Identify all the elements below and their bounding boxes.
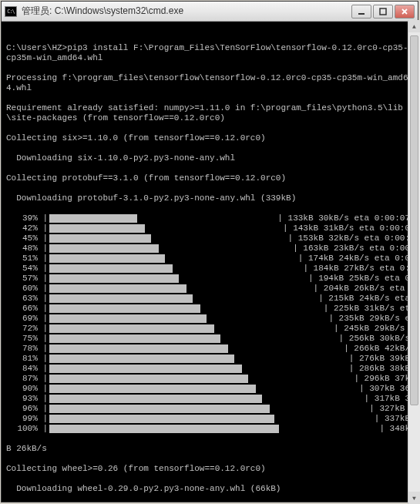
cmd-window: C:\ 管理员: C:\Windows\system32\cmd.exe C:\… bbox=[1, 1, 418, 502]
progress-percent: 54% | bbox=[6, 264, 49, 274]
progress-bar bbox=[49, 224, 145, 233]
progress-percent: 69% | bbox=[6, 314, 49, 324]
minimize-button[interactable] bbox=[351, 5, 371, 18]
progress-bar bbox=[49, 334, 220, 343]
progress-row: 57% || 194kB 25kB/s eta 0 bbox=[6, 274, 413, 284]
output-line: Processing f:\program_files\tensorflow\t… bbox=[6, 73, 413, 93]
progress-percent: 39% | bbox=[6, 213, 49, 223]
close-icon bbox=[401, 8, 408, 15]
progress-stats: | 153kB 32kB/s eta 0:00: bbox=[151, 234, 413, 244]
progress-stats: | 133kB 30kB/s eta 0:00:07 bbox=[137, 213, 413, 223]
svg-rect-0 bbox=[358, 13, 365, 15]
progress-bar bbox=[49, 234, 151, 243]
progress-percent: 84% | bbox=[6, 364, 49, 374]
progress-row: 81% || 276kB 39kB bbox=[6, 354, 413, 364]
progress-row: 75% || 256kB 30kB/s bbox=[6, 334, 413, 344]
progress-row: 99% || 337kB bbox=[6, 414, 413, 424]
progress-row: 87% || 296kB 37k bbox=[6, 374, 413, 384]
progress-row: 78% || 266kB 42kB/ bbox=[6, 344, 413, 354]
progress-row: 54% || 184kB 27kB/s eta 0: bbox=[6, 264, 413, 274]
window-controls bbox=[351, 5, 415, 18]
progress-row: 69% || 235kB 29kB/s e bbox=[6, 314, 413, 324]
progress-stats: | 215kB 24kB/s eta bbox=[193, 294, 413, 304]
progress-row: 72% || 245kB 29kB/s bbox=[6, 324, 413, 334]
output-line: Collecting protobuf==3.1.0 (from tensorf… bbox=[6, 173, 413, 183]
progress-stats: | 307kB 36 bbox=[256, 384, 413, 394]
output-line: Collecting wheel>=0.26 (from tensorflow=… bbox=[6, 464, 413, 474]
progress-row: 42% || 143kB 31kB/s eta 0:00:0 bbox=[6, 223, 413, 234]
progress-row: 51% || 174kB 24kB/s eta 0:0 bbox=[6, 254, 413, 264]
progress-bar bbox=[49, 304, 200, 313]
progress-row: 90% || 307kB 36 bbox=[6, 384, 413, 394]
progress-bar bbox=[49, 354, 234, 363]
progress-bar bbox=[49, 324, 214, 333]
progress-bar bbox=[49, 284, 186, 293]
progress-stats: | 194kB 25kB/s eta 0 bbox=[179, 274, 413, 284]
titlebar[interactable]: C:\ 管理员: C:\Windows\system32\cmd.exe bbox=[2, 2, 418, 22]
progress-row: 100% || 348k bbox=[6, 424, 413, 434]
progress-percent: 72% | bbox=[6, 324, 49, 334]
progress-bar bbox=[49, 365, 242, 373]
progress-bar bbox=[49, 264, 173, 273]
progress-stats: | 286kB 38kB bbox=[242, 364, 413, 374]
progress-percent: 93% | bbox=[6, 394, 49, 404]
progress-bar bbox=[49, 244, 159, 253]
progress-bar bbox=[49, 405, 270, 413]
progress-bar bbox=[49, 395, 262, 403]
output-line: B 26kB/s bbox=[6, 444, 413, 454]
progress-stats: | 317kB 3 bbox=[262, 394, 413, 404]
progress-stats: | 174kB 24kB/s eta 0:0 bbox=[165, 254, 413, 264]
progress-stats: | 204kB 26kB/s eta bbox=[186, 284, 413, 294]
progress-bar bbox=[49, 274, 179, 283]
progress-percent: 96% | bbox=[6, 404, 49, 414]
progress-bar bbox=[49, 344, 228, 353]
progress-stats: | 235kB 29kB/s e bbox=[207, 314, 413, 324]
progress-bar bbox=[49, 294, 193, 303]
progress-bar bbox=[49, 385, 256, 393]
window-title: 管理员: C:\Windows\system32\cmd.exe bbox=[22, 5, 351, 18]
progress-row: 66% || 225kB 31kB/s et bbox=[6, 304, 413, 314]
scroll-up-button[interactable]: ▲ bbox=[408, 20, 420, 32]
output-line: Downloading protobuf-3.1.0-py2.py3-none-… bbox=[6, 193, 413, 203]
output-line: Downloading wheel-0.29.0-py2.py3-none-an… bbox=[6, 484, 413, 494]
progress-row: 96% || 327kB bbox=[6, 404, 413, 414]
progress-percent: 87% | bbox=[6, 374, 49, 384]
scrollbar-thumb[interactable] bbox=[410, 35, 418, 405]
progress-percent: 75% | bbox=[6, 334, 49, 344]
progress-percent: 51% | bbox=[6, 254, 49, 264]
progress-row: 60% || 204kB 26kB/s eta bbox=[6, 284, 413, 294]
progress-percent: 66% | bbox=[6, 304, 49, 314]
progress-stats: | 225kB 31kB/s et bbox=[200, 304, 413, 314]
progress-percent: 60% | bbox=[6, 284, 49, 294]
progress-bar bbox=[49, 415, 274, 423]
progress-percent: 90% | bbox=[6, 384, 49, 394]
close-button[interactable] bbox=[395, 5, 415, 18]
progress-stats: | 143kB 31kB/s eta 0:00:0 bbox=[145, 223, 413, 234]
progress-row: 45% || 153kB 32kB/s eta 0:00: bbox=[6, 234, 413, 244]
svg-rect-1 bbox=[380, 8, 386, 15]
progress-stats: | 184kB 27kB/s eta 0: bbox=[173, 264, 413, 274]
progress-percent: 57% | bbox=[6, 274, 49, 284]
progress-percent: 42% | bbox=[6, 223, 49, 234]
output-line: Downloading six-1.10.0-py2.py3-none-any.… bbox=[6, 153, 413, 163]
terminal-output[interactable]: C:\Users\HZ>pip3 install F:\Program_File… bbox=[2, 22, 418, 502]
progress-percent: 99% | bbox=[6, 414, 49, 424]
progress-stats: | 327kB bbox=[270, 404, 413, 414]
progress-bar bbox=[49, 214, 137, 223]
output-line: Requirement already satisfied: numpy>=1.… bbox=[6, 103, 413, 123]
scroll-down-button[interactable]: ▼ bbox=[408, 492, 420, 504]
vertical-scrollbar[interactable]: ▲ ▼ bbox=[408, 20, 420, 504]
progress-percent: 63% | bbox=[6, 294, 49, 304]
progress-stats: | 266kB 42kB/ bbox=[228, 344, 413, 354]
progress-row: 48% || 163kB 23kB/s eta 0:00 bbox=[6, 244, 413, 254]
progress-stats: | 256kB 30kB/s bbox=[220, 334, 413, 344]
progress-row: 39% || 133kB 30kB/s eta 0:00:07 bbox=[6, 213, 413, 223]
output-line: C:\Users\HZ>pip3 install F:\Program_File… bbox=[6, 43, 413, 63]
progress-stats: | 276kB 39kB bbox=[234, 354, 413, 364]
progress-bar bbox=[49, 254, 165, 263]
progress-stats: | 163kB 23kB/s eta 0:00 bbox=[159, 244, 413, 254]
cmd-icon: C:\ bbox=[5, 6, 17, 17]
maximize-button[interactable] bbox=[373, 5, 393, 18]
progress-stats: | 245kB 29kB/s bbox=[214, 324, 413, 334]
progress-percent: 48% | bbox=[6, 244, 49, 254]
